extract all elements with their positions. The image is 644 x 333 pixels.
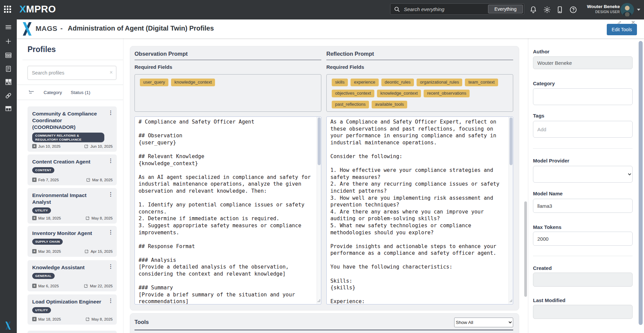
model-provider-label: Model Provider <box>533 158 633 164</box>
divider <box>533 256 633 256</box>
profile-dates: +Jun 10, 2025 Jun 10, 2025 <box>32 144 113 148</box>
reflection-prompt-textarea[interactable]: As a Compliance and Safety Officer Exper… <box>326 116 513 304</box>
tools-filter-select[interactable]: Show All <box>454 318 513 327</box>
profile-card-partial[interactable] <box>28 331 117 333</box>
edit-tools-button[interactable]: Edit Tools <box>607 24 637 35</box>
field-tag: deontic_rules <box>381 79 414 86</box>
profile-category-badge: GENERAL <box>32 273 55 279</box>
help-icon[interactable] <box>569 6 577 14</box>
page-title: Administration of Agent (Digital Twin) P… <box>68 25 214 32</box>
edit-date-icon <box>84 284 88 288</box>
observation-prompt-textarea[interactable]: # Compliance and Safety Officer Agent ##… <box>135 116 321 304</box>
field-tag: objectives_context <box>332 90 374 97</box>
xmpro-x-footer-logo <box>4 322 12 330</box>
filter-icon[interactable] <box>28 89 35 96</box>
screen: XMPRO Everything Wouter Beneke DESIGN US… <box>0 0 644 333</box>
field-tag: organizational_rules <box>417 79 462 86</box>
everything-scope-button[interactable]: Everything <box>488 5 523 13</box>
page-scrollbar[interactable] <box>637 38 644 333</box>
kebab-menu-icon[interactable]: ⋮ <box>108 298 113 303</box>
kebab-menu-icon[interactable]: ⋮ <box>108 158 113 163</box>
profile-name: Content Creation Agent <box>32 158 112 165</box>
field-tag: knowledge_context <box>171 79 215 86</box>
profile-category-badge: CONTENT <box>32 167 54 173</box>
tags-label: Tags <box>533 113 633 119</box>
kebab-menu-icon[interactable]: ⋮ <box>108 110 113 115</box>
reflection-required-fields-box: skills experience deontic_rules organiza… <box>326 74 513 112</box>
chevron-down-icon[interactable] <box>637 9 640 11</box>
apps-grid-icon[interactable] <box>4 6 12 14</box>
tags-field[interactable] <box>533 121 633 138</box>
profile-card[interactable]: Knowledge Assistant ⋮ GENERAL +Mar 6, 20… <box>28 260 117 291</box>
forms-icon[interactable] <box>5 65 12 73</box>
edit-date-icon <box>86 178 91 182</box>
blocks-icon[interactable] <box>5 78 12 86</box>
last-modified-field <box>533 305 633 319</box>
resize-grip[interactable] <box>317 299 320 302</box>
scrollbar-thumb[interactable] <box>639 41 643 325</box>
app-header: MAGS - Administration of Agent (Digital … <box>17 19 644 38</box>
modified-date: Apr 15, 2025 <box>85 249 113 253</box>
profile-card[interactable]: Inventory Monitor Agent ⋮ SUPPLY CHAIN +… <box>28 226 117 257</box>
created-date: +Mar 18, 2025 <box>32 317 61 321</box>
created-icon: + <box>32 284 37 288</box>
field-tag: user_query <box>140 79 168 86</box>
model-provider-select[interactable] <box>533 166 633 183</box>
avatar[interactable] <box>621 3 634 16</box>
created-icon: + <box>32 144 37 148</box>
model-name-label: Model Name <box>533 191 633 197</box>
category-field[interactable] <box>533 88 633 105</box>
resize-grip[interactable] <box>509 299 512 302</box>
settings-gear-icon[interactable] <box>543 6 551 14</box>
link-icon[interactable] <box>5 92 12 99</box>
filter-status[interactable]: Status (1) <box>71 90 91 95</box>
user-menu[interactable]: Wouter Beneke DESIGN USER <box>587 4 620 14</box>
field-tag: experience <box>351 79 379 86</box>
pages-icon[interactable] <box>5 52 12 59</box>
user-name: Wouter Beneke <box>587 4 620 10</box>
max-tokens-field[interactable] <box>533 232 633 246</box>
content-scrollbar[interactable] <box>523 38 528 333</box>
edit-date-icon <box>86 317 90 321</box>
observation-required-fields-box: user_query knowledge_context <box>135 74 321 112</box>
profile-dates: +Feb 7, 2025 Mar 8, 2025 <box>32 178 113 182</box>
created-label: Created <box>533 265 633 271</box>
observation-column: Observation Prompt Required Fields user_… <box>135 46 321 304</box>
profile-card[interactable]: Content Creation Agent ⋮ CONTENT +Feb 7,… <box>28 154 117 185</box>
search-icon <box>394 6 400 12</box>
textarea-scrollbar[interactable] <box>508 117 513 304</box>
created-icon: + <box>32 317 37 321</box>
top-bar: XMPRO Everything Wouter Beneke DESIGN US… <box>0 0 644 19</box>
created-date: +Mar 6, 2025 <box>32 284 59 288</box>
left-rail <box>0 19 17 333</box>
notifications-bell-icon[interactable] <box>529 6 537 14</box>
profile-category-badge: COMMUNITY RELATIONS & REGULATORY COMPLIA… <box>32 133 104 142</box>
filter-bar: Category Status (1) <box>17 85 123 100</box>
created-field <box>533 273 633 287</box>
profile-card[interactable]: Load Optimization Engineer ⋮ UTILITY +Ma… <box>28 294 117 325</box>
model-name-field[interactable] <box>533 199 633 213</box>
prompts-card: Observation Prompt Required Fields user_… <box>130 46 519 311</box>
kebab-menu-icon[interactable]: ⋮ <box>108 264 113 269</box>
search-profiles-input[interactable] <box>28 66 116 80</box>
tools-card: Tools Show All <box>130 313 519 333</box>
profile-card[interactable]: Community & Compliance Coordinator (COOR… <box>28 106 117 152</box>
filter-category[interactable]: Category <box>44 90 62 95</box>
kebab-menu-icon[interactable]: ⋮ <box>108 230 113 235</box>
created-date: +Feb 7, 2025 <box>32 178 59 182</box>
datagrid-icon[interactable] <box>5 105 12 112</box>
add-icon[interactable] <box>5 38 12 45</box>
global-search-input[interactable] <box>403 4 487 14</box>
scrollbar-thumb[interactable] <box>524 201 527 297</box>
xmpro-logo[interactable]: XMPRO <box>19 4 56 15</box>
mobile-device-icon[interactable] <box>556 6 564 14</box>
modified-date: Mar 8, 2025 <box>86 178 113 182</box>
profile-card[interactable]: Environmental Impact Analyst ⋮ UTILITY +… <box>28 188 117 224</box>
clear-search-icon[interactable]: × <box>110 69 113 76</box>
created-icon: + <box>32 216 37 220</box>
category-label: Category <box>533 81 633 87</box>
created-icon: + <box>32 178 37 182</box>
menu-icon[interactable] <box>5 23 12 31</box>
textarea-scrollbar[interactable] <box>317 117 321 304</box>
kebab-menu-icon[interactable]: ⋮ <box>108 192 113 197</box>
